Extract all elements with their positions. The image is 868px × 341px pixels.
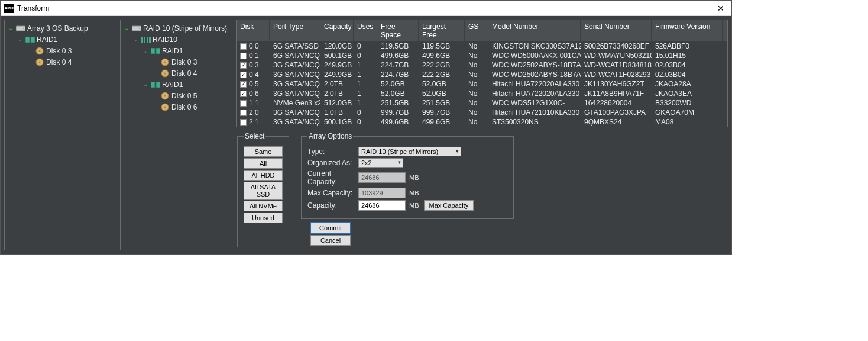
free-cell: 999.7GB: [377, 108, 419, 117]
model-cell: Hitachi HUA722020ALA330: [488, 79, 581, 89]
svg-point-17: [164, 61, 166, 63]
table-row[interactable]: 2 13G SATA/NCQ500.1GB0499.6GB499.6GBNoST…: [237, 117, 727, 127]
select-all-nvme-button[interactable]: All NVMe: [244, 201, 283, 211]
tree-item[interactable]: ⌄Disk 0 6: [122, 101, 231, 112]
table-row[interactable]: ✓0 53G SATA/NCQ2.0TB152.0GB52.0GBNoHitac…: [237, 79, 727, 89]
largest-cell: 251.5GB: [419, 98, 465, 108]
largest-cell: 499.6GB: [419, 51, 465, 60]
close-button[interactable]: ✕: [714, 2, 728, 14]
col-gs[interactable]: GS: [465, 20, 488, 41]
chevron-down-icon[interactable]: ⌄: [142, 81, 149, 88]
table-row[interactable]: ✓0 33G SATA/NCQ249.9GB1224.7GB222.2GBNoW…: [237, 60, 727, 70]
col-uses[interactable]: Uses: [354, 20, 377, 41]
col-capacity[interactable]: Capacity: [320, 20, 354, 41]
firmware-cell: 02.03B04: [652, 70, 723, 79]
current-capacity-label: Current Capacity:: [307, 169, 358, 186]
table-row[interactable]: 0 16G SATA/NCQ500.1GB0499.6GB499.6GBNoWD…: [237, 51, 727, 60]
table-row[interactable]: 1 1NVMe Gen3 x2512.0GB1251.5GB251.5GBNoW…: [237, 98, 727, 108]
table-row[interactable]: 2 03G SATA/NCQ1.0TB0999.7GB999.7GBNoHita…: [237, 108, 727, 117]
capacity-cell: 249.9GB: [320, 70, 354, 79]
tree-item[interactable]: ⌄RAID1: [122, 45, 231, 56]
chevron-down-icon[interactable]: ⌄: [17, 36, 24, 43]
main-panel: Disk Port Type Capacity Uses Free Space …: [236, 20, 728, 247]
row-checkbox[interactable]: [240, 43, 247, 50]
tree-item[interactable]: ⌄Disk 0 4: [6, 56, 115, 67]
row-checkbox[interactable]: ✓: [240, 81, 247, 88]
capacity-cell: 249.9GB: [320, 60, 354, 70]
gs-cell: No: [465, 108, 488, 117]
cancel-button[interactable]: Cancel: [310, 235, 351, 246]
chevron-down-icon[interactable]: ⌄: [7, 25, 14, 31]
free-cell: 52.0GB: [377, 79, 419, 89]
commit-button[interactable]: Commit: [310, 223, 351, 233]
tree-item[interactable]: ⌄RAID10: [122, 34, 231, 45]
type-select[interactable]: RAID 10 (Stripe of Mirrors): [358, 147, 461, 156]
organized-as-select[interactable]: 2x2: [358, 158, 403, 168]
tree-item[interactable]: ⌄RAID 10 (Stripe of Mirrors): [122, 22, 231, 34]
chevron-down-icon[interactable]: ⌄: [142, 47, 149, 54]
col-port[interactable]: Port Type: [270, 20, 320, 41]
svg-rect-10: [141, 37, 143, 43]
gs-cell: No: [465, 117, 488, 127]
capacity-cell: 2.0TB: [320, 89, 354, 98]
raid10-icon: [141, 36, 151, 43]
tree-item[interactable]: ⌄Disk 0 3: [122, 56, 231, 67]
port-cell: NVMe Gen3 x2: [270, 98, 320, 108]
free-cell: 251.5GB: [377, 98, 419, 108]
row-checkbox[interactable]: [240, 100, 247, 107]
tree-item[interactable]: ⌄Disk 0 3: [6, 45, 115, 56]
tree-label: Disk 0 3: [171, 58, 197, 66]
capacity-cell: 1.0TB: [320, 108, 354, 117]
table-row[interactable]: ✓0 63G SATA/NCQ2.0TB152.0GB52.0GBNoHitac…: [237, 89, 727, 98]
row-checkbox[interactable]: [240, 119, 247, 126]
table-row[interactable]: ✓0 43G SATA/NCQ249.9GB1224.7GB222.2GBNoW…: [237, 70, 727, 79]
tree-item[interactable]: ⌄RAID1: [6, 34, 115, 45]
disk-id: 1 1: [249, 99, 259, 107]
uses-cell: 1: [354, 89, 377, 98]
select-all-hdd-button[interactable]: All HDD: [244, 170, 283, 181]
tree-item[interactable]: ⌄Disk 0 4: [122, 67, 231, 79]
row-checkbox[interactable]: [240, 53, 247, 59]
raid-icon: [151, 47, 160, 54]
chevron-down-icon[interactable]: ⌄: [123, 25, 130, 31]
select-same-button[interactable]: Same: [244, 146, 283, 157]
port-cell: 6G SATA/SSD: [270, 41, 320, 51]
max-capacity-button[interactable]: Max Capacity: [424, 200, 474, 211]
serial-cell: GTA100PAG3XJPA: [581, 108, 652, 117]
tree-item[interactable]: ⌄Disk 0 5: [122, 90, 231, 101]
col-fw[interactable]: Firmware Version: [652, 20, 723, 41]
largest-cell: 119.5GB: [419, 41, 465, 51]
select-all-sata-ssd-button[interactable]: All SATA SSD: [244, 182, 283, 200]
select-unused-button[interactable]: Unused: [244, 213, 283, 223]
max-capacity-label: Max Capacity:: [307, 189, 358, 197]
capacity-input[interactable]: [358, 200, 406, 211]
col-serial[interactable]: Serial Number: [581, 20, 652, 41]
disk-id: 0 5: [249, 80, 259, 88]
model-cell: ST3500320NS: [488, 117, 581, 127]
table-row[interactable]: 0 06G SATA/SSD120.0GB0119.5GB119.5GBNoKI…: [237, 41, 727, 51]
uses-cell: 1: [354, 79, 377, 89]
disk-icon: [160, 92, 170, 99]
select-all-button[interactable]: All: [244, 158, 283, 169]
mb-unit: MB: [409, 174, 419, 181]
row-checkbox[interactable]: [240, 110, 247, 116]
port-cell: 3G SATA/NCQ: [270, 89, 320, 98]
tree-item[interactable]: ⌄RAID1: [122, 79, 231, 90]
tree-label: Disk 0 3: [46, 47, 72, 55]
row-checkbox[interactable]: ✓: [240, 62, 247, 69]
serial-cell: 50026B73340268EF: [581, 41, 652, 51]
svg-rect-12: [147, 37, 148, 43]
free-cell: 52.0GB: [377, 89, 419, 98]
col-disk[interactable]: Disk: [237, 20, 270, 41]
tree-item[interactable]: ⌄Array 3 OS Backup: [6, 22, 115, 34]
chevron-down-icon[interactable]: ⌄: [132, 36, 140, 43]
row-checkbox[interactable]: ✓: [240, 72, 247, 78]
row-checkbox[interactable]: ✓: [240, 91, 247, 97]
firmware-cell: JKAOA3EA: [652, 89, 723, 98]
col-free[interactable]: Free Space: [377, 20, 419, 41]
col-model[interactable]: Model Number: [488, 20, 581, 41]
col-largest[interactable]: Largest Free: [419, 20, 465, 41]
tree-label: Disk 0 4: [46, 58, 72, 66]
serial-cell: WD-WCAT1D834818: [581, 60, 652, 70]
tree-label: RAID1: [37, 36, 57, 44]
